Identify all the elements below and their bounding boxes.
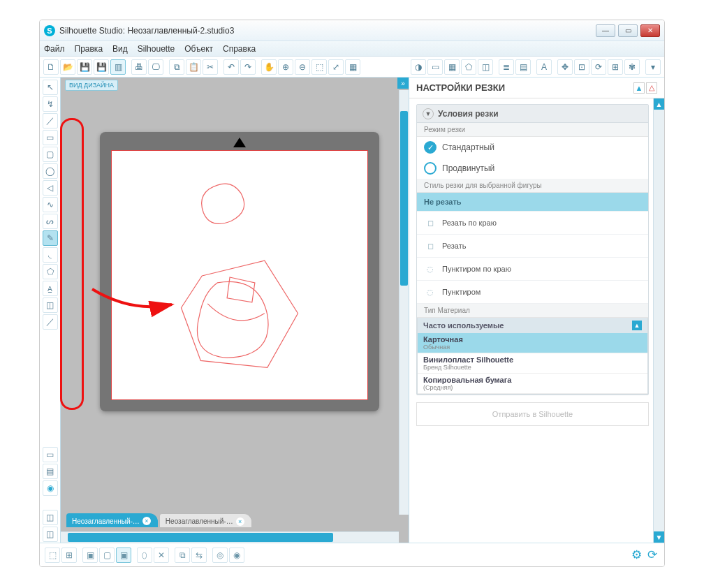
- material-copy-paper[interactable]: Копировальная бумага(Средняя): [418, 374, 647, 394]
- undo-icon[interactable]: ↶: [223, 59, 239, 75]
- replicate-icon[interactable]: ⊞: [608, 59, 623, 75]
- device-icon[interactable]: 🖵: [148, 59, 163, 75]
- horizontal-scrollbar[interactable]: [61, 531, 399, 543]
- path-union-icon[interactable]: ⬯: [137, 547, 152, 563]
- target-icon[interactable]: ◉: [229, 547, 244, 563]
- knife-tool-icon[interactable]: ／: [43, 314, 58, 330]
- roundrect-tool-icon[interactable]: ▢: [43, 147, 58, 162]
- close-button[interactable]: ✕: [640, 24, 660, 37]
- save2-icon[interactable]: 💾: [94, 59, 109, 75]
- freehand-tool-icon[interactable]: ᔕ: [43, 214, 58, 229]
- dup-icon[interactable]: ⧉: [175, 547, 190, 563]
- regular-polygon-tool-icon[interactable]: ⬠: [43, 264, 58, 279]
- text-tool-icon[interactable]: A̲: [43, 281, 58, 296]
- nav-store-icon[interactable]: ◉: [43, 480, 58, 496]
- polygon-tool-icon[interactable]: ◁: [43, 180, 58, 196]
- align-icon[interactable]: ✥: [557, 59, 573, 75]
- material-vinyl[interactable]: Винилопласт SilhouetteБренд Silhouette: [418, 353, 647, 374]
- curve-tool-icon[interactable]: ∿: [43, 197, 58, 212]
- scale-icon[interactable]: ⊡: [574, 59, 589, 75]
- smooth-freehand-tool-icon[interactable]: ✎: [43, 230, 58, 246]
- nav-library-icon[interactable]: ▤: [43, 464, 58, 479]
- pan-icon[interactable]: ✋: [261, 59, 277, 75]
- send-to-silhouette-button[interactable]: Отправить в Silhouette: [416, 402, 649, 426]
- settings-gear-icon[interactable]: ⚙: [631, 547, 642, 562]
- prop-page-icon[interactable]: ◑: [411, 59, 426, 75]
- vertical-scrollbar[interactable]: [399, 90, 409, 515]
- line-tool-icon[interactable]: ／: [43, 113, 58, 128]
- ungroup-icon[interactable]: ⊞: [61, 547, 77, 563]
- line-style-icon[interactable]: ≣: [499, 59, 514, 75]
- style-cut-edge[interactable]: ◻Резать по краю: [417, 212, 648, 235]
- nav-panel2-icon[interactable]: ◫: [43, 527, 58, 542]
- maximize-button[interactable]: ▭: [618, 24, 638, 37]
- right-scrollbar[interactable]: ▲ ▼: [653, 98, 664, 543]
- mode-standard[interactable]: Стандартный: [417, 137, 648, 158]
- tab-close-icon[interactable]: ×: [236, 517, 244, 526]
- new-icon[interactable]: 🗋: [43, 59, 59, 75]
- fill-icon[interactable]: ▤: [515, 59, 531, 75]
- scroll-down-icon[interactable]: ▼: [654, 531, 664, 543]
- paste-icon[interactable]: 📋: [186, 59, 201, 75]
- style-perf[interactable]: ◌Пунктиром: [417, 281, 648, 304]
- chevron-down-icon[interactable]: ▼: [423, 108, 434, 119]
- tab-1[interactable]: Неозаглавленный-…×: [66, 513, 158, 527]
- prop-reg-icon[interactable]: ▦: [444, 59, 460, 75]
- scroll-up-icon[interactable]: ▲: [632, 321, 642, 330]
- zoomout-icon[interactable]: ⊖: [295, 59, 310, 75]
- group-icon[interactable]: ⬚: [45, 547, 60, 563]
- canvas[interactable]: ВИД ДИЗАЙНА »: [61, 78, 409, 543]
- open-icon[interactable]: 📂: [60, 59, 75, 75]
- style-perf-edge[interactable]: ◌Пунктиром по краю: [417, 258, 648, 281]
- rotate-icon[interactable]: ⟳: [591, 59, 606, 75]
- prop-settings-icon[interactable]: ◫: [478, 59, 493, 75]
- prop-grid-icon[interactable]: ▭: [427, 59, 443, 75]
- scroll-up-icon[interactable]: ▲: [654, 98, 664, 110]
- tab-2[interactable]: Неозаглавленный-…×: [159, 513, 252, 527]
- rect-tool-icon[interactable]: ▭: [43, 130, 58, 145]
- menu-help[interactable]: Справка: [223, 44, 256, 54]
- nav-page-icon[interactable]: ▭: [43, 447, 58, 462]
- path-subtract-icon[interactable]: ✕: [154, 547, 169, 563]
- minimize-button[interactable]: —: [596, 24, 615, 37]
- material-card[interactable]: КарточнаяОбычная: [418, 333, 647, 353]
- mirror-icon[interactable]: ⇆: [191, 547, 207, 563]
- copy-icon[interactable]: ⧉: [169, 59, 184, 75]
- back-icon[interactable]: ▢: [99, 547, 115, 563]
- menu-object[interactable]: Объект: [184, 44, 213, 54]
- menu-edit[interactable]: Правка: [75, 44, 103, 54]
- edit-points-tool-icon[interactable]: ↯: [43, 96, 58, 112]
- eraser-tool-icon[interactable]: ◫: [43, 297, 58, 313]
- cut-icon[interactable]: ✂: [203, 59, 218, 75]
- prop-pixscan-icon[interactable]: ⬠: [461, 59, 476, 75]
- ellipse-tool-icon[interactable]: ◯: [43, 163, 58, 179]
- menu-file[interactable]: Файл: [44, 44, 65, 54]
- select-tool-icon[interactable]: ↖: [43, 80, 58, 95]
- panel-up-icon[interactable]: ▲: [633, 82, 645, 94]
- modify-icon[interactable]: ✾: [624, 59, 640, 75]
- collapse-right-icon[interactable]: »: [397, 78, 409, 89]
- style-no-cut[interactable]: Не резать: [417, 193, 648, 212]
- menu-view[interactable]: Вид: [112, 44, 128, 54]
- zoomfill-icon[interactable]: ▦: [345, 59, 360, 75]
- nav-panel1-icon[interactable]: ◫: [43, 510, 58, 525]
- style-cut[interactable]: ◻Резать: [417, 235, 648, 258]
- mode-advanced[interactable]: Продвинутый: [417, 158, 648, 179]
- zoomfit-icon[interactable]: ⤢: [328, 59, 344, 75]
- offset-icon[interactable]: ◎: [212, 547, 228, 563]
- zoomsel-icon[interactable]: ⬚: [311, 59, 327, 75]
- front-icon[interactable]: ▣: [82, 547, 98, 563]
- save-icon[interactable]: 💾: [77, 59, 92, 75]
- redo-icon[interactable]: ↷: [240, 59, 256, 75]
- library-icon[interactable]: ▥: [110, 59, 126, 75]
- panel-warn-icon[interactable]: △: [646, 82, 657, 94]
- tab-close-icon[interactable]: ×: [142, 517, 151, 525]
- print-icon[interactable]: 🖶: [131, 59, 147, 75]
- refresh-icon[interactable]: ⟳: [647, 547, 657, 562]
- more-icon[interactable]: ▾: [645, 59, 661, 75]
- arc-tool-icon[interactable]: ◟: [43, 247, 58, 263]
- order-icon[interactable]: ▣: [116, 547, 131, 563]
- text-icon[interactable]: A: [536, 59, 552, 75]
- menu-silhouette[interactable]: Silhouette: [138, 44, 175, 54]
- zoomin-icon[interactable]: ⊕: [278, 59, 293, 75]
